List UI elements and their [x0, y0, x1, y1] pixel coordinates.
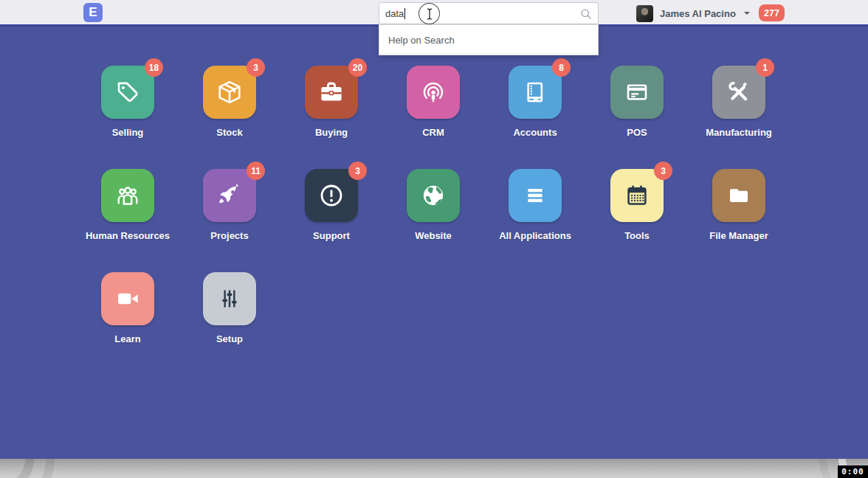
app-tile-learn[interactable]: [101, 272, 154, 325]
app-tile-pos[interactable]: [610, 66, 664, 119]
app-tile-selling[interactable]: 18: [101, 66, 154, 119]
window-bottom-edge: [0, 459, 868, 478]
folder-icon: [725, 181, 753, 209]
app-label-all-applications: All Applications: [499, 230, 571, 241]
app-tile-stock[interactable]: 3: [203, 66, 256, 119]
app-cell: 3 Stock: [179, 66, 280, 169]
app-tile-manufacturing[interactable]: 1: [712, 66, 765, 119]
wrench-screwdriver-icon: [725, 78, 753, 106]
app-tile-projects[interactable]: 11: [203, 169, 256, 222]
app-label-manufacturing: Manufacturing: [706, 127, 772, 138]
app-cell: 8 Accounts: [484, 66, 586, 169]
app-tile-buying[interactable]: 20: [305, 66, 358, 119]
app-tile-crm[interactable]: [407, 66, 460, 119]
app-label-file-manager: File Manager: [709, 230, 768, 241]
video-camera-icon: [114, 285, 142, 313]
app-label-support: Support: [313, 230, 350, 241]
user-name: James Al Pacino: [660, 8, 736, 19]
app-cell: CRM: [382, 66, 484, 169]
app-badge-accounts: 8: [552, 58, 571, 77]
app-cell: 3 Support: [280, 169, 382, 272]
app-label-projects: Projects: [210, 230, 248, 241]
search-input-value: data: [385, 8, 404, 19]
search-icon[interactable]: [579, 7, 593, 24]
broadcast-person-icon: [419, 78, 447, 106]
app-label-crm: CRM: [422, 127, 444, 138]
app-tile-human-resources[interactable]: [101, 169, 154, 222]
app-label-buying: Buying: [315, 127, 348, 138]
search-input[interactable]: data: [379, 2, 599, 24]
desk-screen: E data James Al Pacino 277 Help on Searc…: [0, 0, 868, 478]
app-cell: 1 Manufacturing: [688, 66, 790, 169]
app-label-human-resources: Human Resources: [86, 230, 170, 241]
app-cell: 11 Projects: [179, 169, 280, 272]
app-badge-manufacturing: 1: [756, 58, 774, 77]
sliders-icon: [216, 285, 244, 313]
apps-grid: 18 Selling 3 Stock 20 Buying CRM 8 Accou…: [77, 66, 790, 375]
app-tile-tools[interactable]: 3: [610, 169, 664, 222]
app-tile-support[interactable]: 3: [305, 169, 358, 222]
app-label-stock: Stock: [216, 127, 242, 138]
app-cell: File Manager: [688, 169, 790, 272]
cash-register-icon: [623, 78, 651, 106]
app-cell: Human Resources: [77, 169, 179, 272]
app-tile-all-applications[interactable]: [509, 169, 562, 222]
app-badge-tools: 3: [654, 162, 672, 180]
briefcase-icon: [317, 78, 345, 106]
app-tile-accounts[interactable]: 8: [509, 66, 562, 119]
mouse-cursor-ibeam: [418, 3, 440, 24]
search-suggestions-dropdown: Help on Search: [379, 24, 599, 55]
menu-bars-icon: [521, 181, 549, 209]
calendar-icon: [623, 181, 651, 209]
app-badge-projects: 11: [247, 162, 265, 180]
app-tile-setup[interactable]: [203, 272, 256, 325]
app-tile-website[interactable]: [407, 169, 460, 222]
exclamation-circle-icon: [317, 181, 345, 209]
globe-icon: [419, 181, 447, 209]
app-badge-stock: 3: [247, 58, 265, 77]
rocket-icon: [216, 181, 244, 209]
user-avatar: [636, 5, 653, 22]
app-badge-support: 3: [348, 162, 367, 180]
desk-background: 18 Selling 3 Stock 20 Buying CRM 8 Accou…: [0, 29, 868, 459]
app-cell: POS: [586, 66, 688, 169]
text-caret: [404, 8, 405, 19]
search-suggestion-help[interactable]: Help on Search: [379, 25, 598, 55]
app-cell: All Applications: [484, 169, 586, 272]
app-cell: Learn: [77, 272, 179, 375]
people-icon: [114, 181, 142, 209]
app-label-setup: Setup: [216, 333, 243, 344]
app-label-selling: Selling: [112, 127, 144, 138]
app-cell: 20 Buying: [280, 66, 382, 169]
ledger-icon: [521, 78, 549, 106]
user-menu[interactable]: James Al Pacino: [636, 0, 750, 27]
app-label-learn: Learn: [114, 333, 140, 344]
app-cell: Website: [382, 169, 484, 272]
app-logo[interactable]: E: [83, 3, 103, 22]
app-label-website: Website: [415, 230, 452, 241]
cube-icon: [216, 78, 244, 106]
app-label-tools: Tools: [624, 230, 650, 241]
app-cell: 3 Tools: [586, 169, 688, 272]
app-logo-letter: E: [89, 5, 97, 20]
chevron-down-icon: [744, 12, 750, 15]
app-badge-buying: 20: [348, 58, 367, 77]
tag-icon: [114, 78, 142, 106]
app-tile-file-manager[interactable]: [712, 169, 765, 222]
video-timer-overlay: 0:00: [838, 465, 868, 478]
app-badge-selling: 18: [145, 58, 163, 77]
notification-count-badge[interactable]: 277: [759, 4, 785, 21]
app-label-pos: POS: [627, 127, 647, 138]
app-cell: Setup: [179, 272, 280, 375]
app-label-accounts: Accounts: [513, 127, 557, 138]
app-cell: 18 Selling: [77, 66, 179, 169]
